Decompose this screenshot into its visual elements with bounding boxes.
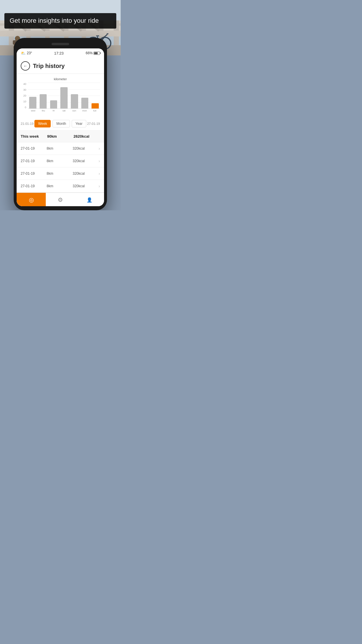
phone-speaker xyxy=(52,43,69,45)
status-bar: ⛅ 23° 17:23 66% xyxy=(17,48,104,57)
chart-section: kilometer 40 30 20 10 0 xyxy=(17,74,104,117)
y-label-40: 40 xyxy=(23,83,26,85)
app-wrapper: Get more insights into your ride ⛅ 23° 1… xyxy=(0,0,121,210)
chart-y-labels: 40 30 20 10 0 xyxy=(21,83,27,109)
x-label-mon: mon xyxy=(79,109,89,115)
bar-fri xyxy=(50,100,57,108)
trip-item-0[interactable]: 27-01-19 8km 320kcal › xyxy=(17,142,104,155)
period-end-date: 27-01-19 xyxy=(87,122,100,125)
chevron-icon-3: › xyxy=(99,184,100,188)
headline-banner: Get more insights into your ride xyxy=(4,13,116,29)
status-battery: 66% xyxy=(86,51,100,55)
bar-group-tue xyxy=(90,83,100,108)
trip-distance-0: 8km xyxy=(47,146,73,150)
bar-group-fri xyxy=(49,83,58,108)
y-label-10: 10 xyxy=(23,100,26,103)
phone-notch xyxy=(17,42,104,47)
back-button[interactable]: ← xyxy=(21,61,30,71)
tab-month[interactable]: Month xyxy=(52,120,70,127)
battery-icon xyxy=(94,52,100,55)
status-weather: ⛅ 23° xyxy=(21,51,32,55)
y-label-30: 30 xyxy=(23,88,26,91)
chart-container: 40 30 20 10 0 xyxy=(21,83,100,115)
bar-group-sat xyxy=(59,83,69,108)
bar-group-mon xyxy=(80,83,90,108)
summary-row: This week 90km 2620kcal xyxy=(17,131,104,142)
trip-distance-3: 8km xyxy=(47,184,73,188)
trip-calories-1: 320kcal xyxy=(73,159,99,163)
battery-percent: 66% xyxy=(86,51,93,55)
nav-item-profile[interactable]: 👤 xyxy=(75,195,104,204)
svg-rect-11 xyxy=(0,31,121,36)
x-label-thu: thu xyxy=(38,109,48,115)
bar-wed xyxy=(29,97,36,108)
phone-mockup: ⛅ 23° 17:23 66% ← Tr xyxy=(14,38,107,210)
temperature: 23° xyxy=(27,51,32,55)
phone-screen: ⛅ 23° 17:23 66% ← Tr xyxy=(17,48,104,206)
bar-sat xyxy=(60,87,68,108)
trip-calories-3: 320kcal xyxy=(73,184,99,188)
x-label-fri: fri xyxy=(49,109,59,115)
trip-item-3[interactable]: 27-01-19 8km 320kcal › xyxy=(17,180,104,192)
chart-x-labels: wed thu fri sat sun mon tue xyxy=(28,109,100,115)
back-arrow-icon: ← xyxy=(23,64,27,68)
trip-item-2[interactable]: 27-01-19 8km 320kcal › xyxy=(17,167,104,180)
y-label-0: 0 xyxy=(25,106,26,109)
bar-group-wed xyxy=(28,83,38,108)
chart-unit-label: kilometer xyxy=(21,77,100,81)
chevron-icon-0: › xyxy=(99,146,100,151)
tab-year[interactable]: Year xyxy=(72,120,86,127)
period-start-date: 21-01-19 xyxy=(21,122,34,125)
chevron-icon-2: › xyxy=(99,171,100,176)
period-selector: 21-01-19 Week Month Year 27-01-19 xyxy=(17,117,104,131)
trip-item-1[interactable]: 27-01-19 8km 320kcal › xyxy=(17,155,104,167)
nav-item-home[interactable]: ◎ xyxy=(17,193,46,206)
trip-date-0: 27-01-19 xyxy=(21,146,47,150)
bar-thu xyxy=(40,94,47,108)
phone-outer-shell: ⛅ 23° 17:23 66% ← Tr xyxy=(14,38,107,210)
x-label-sat: sat xyxy=(59,109,69,115)
chart-bars-area xyxy=(28,83,100,109)
bar-tue xyxy=(92,103,99,108)
trip-calories-0: 320kcal xyxy=(73,146,99,150)
trip-distance-2: 8km xyxy=(47,172,73,176)
bar-sun xyxy=(71,94,78,108)
trip-distance-1: 8km xyxy=(47,159,73,163)
bottom-nav: ◎ ⚙ 👤 xyxy=(17,192,104,206)
status-time: 17:23 xyxy=(54,51,64,55)
headline-text: Get more insights into your ride xyxy=(10,17,111,25)
x-label-sun: sun xyxy=(69,109,79,115)
nav-item-settings[interactable]: ⚙ xyxy=(46,195,75,204)
y-label-20: 20 xyxy=(23,94,26,97)
profile-icon: 👤 xyxy=(87,197,92,203)
app-header: ← Trip history xyxy=(17,57,104,74)
bar-group-thu xyxy=(38,83,48,108)
page-title: Trip history xyxy=(33,63,65,69)
battery-fill xyxy=(94,52,98,54)
period-tabs: Week Month Year xyxy=(34,120,87,127)
trip-calories-2: 320kcal xyxy=(73,172,99,176)
summary-period: This week xyxy=(21,134,47,139)
cloud-icon: ⛅ xyxy=(21,51,26,55)
bar-mon xyxy=(81,98,89,108)
x-label-wed: wed xyxy=(28,109,38,115)
trip-date-1: 27-01-19 xyxy=(21,159,47,163)
settings-icon: ⚙ xyxy=(58,196,63,203)
summary-calories: 2620kcal xyxy=(73,134,100,139)
x-label-tue: tue xyxy=(90,109,100,115)
trip-date-3: 27-01-19 xyxy=(21,184,47,188)
trip-date-2: 27-01-19 xyxy=(21,172,47,176)
tab-week[interactable]: Week xyxy=(34,120,51,127)
bar-group-sun xyxy=(70,83,79,108)
chevron-icon-1: › xyxy=(99,159,100,163)
summary-distance: 90km xyxy=(47,134,74,139)
home-icon: ◎ xyxy=(29,196,34,203)
trip-list: 27-01-19 8km 320kcal › 27-01-19 8km 320k… xyxy=(17,142,104,192)
